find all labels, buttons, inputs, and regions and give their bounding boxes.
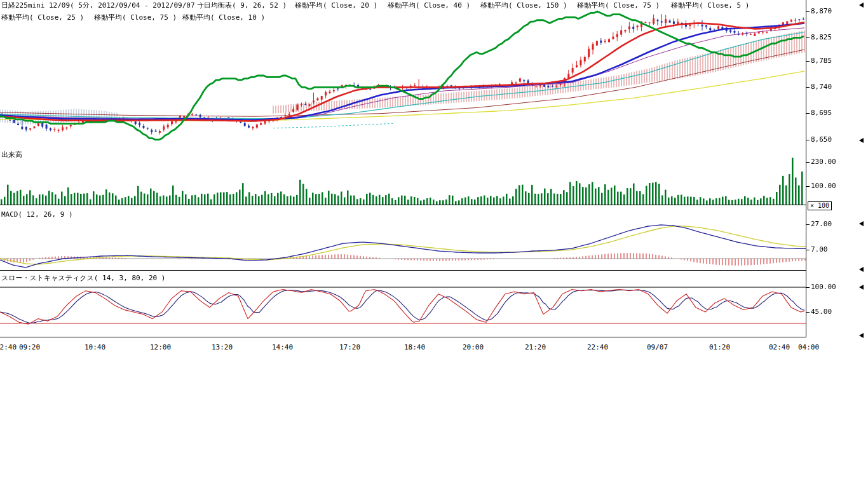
- time-tick-label: 13:20: [212, 343, 233, 351]
- time-tick-label: 21:20: [525, 343, 546, 351]
- macd-panel-label: MACD( 12, 26, 9 ): [1, 210, 73, 219]
- time-tick-label: 20:00: [463, 343, 484, 351]
- indicator-label: 移動平均( Close, 20 ): [295, 1, 377, 10]
- time-tick-label: 04:00: [798, 343, 819, 351]
- axis-scroll-arrow[interactable]: [859, 138, 864, 143]
- time-tick-label: 18:40: [404, 343, 425, 351]
- price-tick-label: 8,785: [811, 57, 832, 65]
- time-tick-label: 01:20: [709, 343, 730, 351]
- chart-canvas[interactable]: [0, 0, 868, 340]
- time-tick-label: 09:20: [19, 343, 40, 351]
- indicator-label: 移動平均( Close, 75 ): [94, 13, 177, 22]
- time-tick-label: 02:40: [769, 343, 790, 351]
- axis-scroll-arrow[interactable]: [859, 3, 864, 8]
- axis-scroll-arrow[interactable]: [859, 333, 864, 338]
- price-tick-label: 8,650: [811, 135, 832, 144]
- price-tick-label: 8,825: [811, 33, 832, 41]
- indicator-label: 日経225mini 12/09( 5分, 2012/09/04 - 2012/0…: [1, 1, 203, 10]
- indicator-label: 一目均衡表( 9, 26, 52 ): [197, 1, 287, 10]
- time-tick-label: 17:20: [339, 343, 360, 351]
- indicator-label: 移動平均( Close, 75 ): [577, 1, 660, 10]
- indicator-label: 移動平均( Close, 150 ): [480, 1, 567, 10]
- stoch-tick-label: 45.00: [811, 308, 832, 316]
- chart-application-window: 日経225mini 12/09( 5分, 2012/09/04 - 2012/0…: [0, 0, 868, 488]
- indicator-label: 移動平均( Close, 10 ): [182, 13, 265, 22]
- time-tick-label: 14:40: [272, 343, 293, 351]
- macd-tick-label: 27.00: [811, 220, 832, 228]
- time-tick-label: 10:40: [85, 343, 105, 351]
- time-tick-label: 22:40: [0, 343, 17, 351]
- stoch-tick-label: 100.00: [811, 283, 836, 291]
- time-tick-label: 22:40: [587, 343, 608, 351]
- volume-panel-label: 出来高: [1, 151, 22, 159]
- indicator-label: 移動平均( Close, 40 ): [388, 1, 470, 10]
- axis-scroll-arrow[interactable]: [859, 221, 864, 226]
- time-tick-label: 09/07: [647, 343, 668, 351]
- indicator-label: 移動平均( Close, 25 ): [1, 13, 84, 22]
- volume-multiplier-badge: × 100: [808, 201, 832, 210]
- macd-tick-label: 7.00: [811, 245, 828, 254]
- axis-scroll-arrow[interactable]: [859, 285, 864, 290]
- price-tick-label: 8,870: [811, 7, 832, 15]
- time-tick-label: 12:00: [150, 343, 171, 351]
- volume-tick-label: 230.00: [811, 158, 836, 166]
- volume-tick-label: 100.00: [811, 182, 836, 190]
- indicator-label: 移動平均( Close, 5 ): [671, 1, 749, 10]
- stoch-panel-label: スロー・ストキャスティクス( 14, 3, 80, 20 ): [1, 274, 165, 282]
- price-tick-label: 8,740: [811, 83, 832, 91]
- axis-scroll-arrow[interactable]: [859, 267, 864, 272]
- price-tick-label: 8,695: [811, 109, 832, 117]
